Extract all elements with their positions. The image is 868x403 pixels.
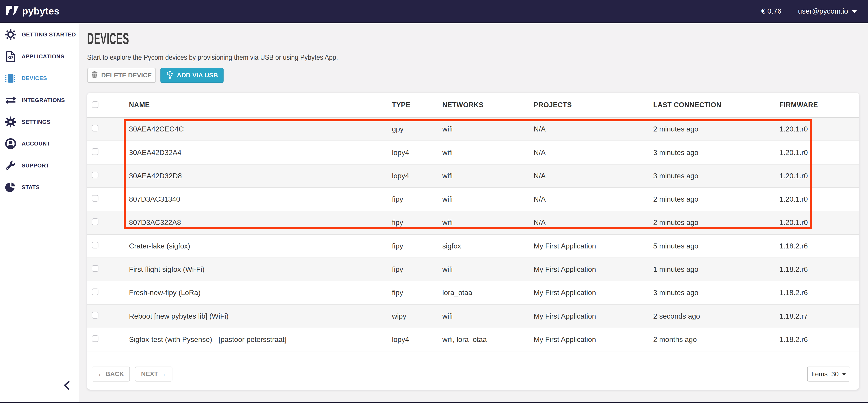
cell-firmware: 1.20.1.r0 [779,125,859,133]
cell-name: Sigfox-test (with Pysense) - [pastoor pe… [129,335,392,344]
user-email: user@pycom.io [798,7,848,16]
table-row[interactable]: 807D3AC322A8 fipy wifi N/A 2 minutes ago… [87,211,859,235]
row-checkbox[interactable] [92,218,98,225]
add-via-usb-label: ADD VIA USB [177,72,218,79]
next-button[interactable]: NEXT → [135,367,173,381]
chip-icon [4,72,17,84]
cell-name: Crater-lake (sigfox) [129,242,392,250]
cell-last-connection: 3 minutes ago [653,149,779,157]
pybytes-logo[interactable]: pybytes [6,5,60,18]
cell-name: 30AEA42D32A4 [129,149,392,157]
cell-type: lopy4 [392,335,442,344]
page-title: DEVICES [87,29,129,48]
row-checkbox[interactable] [92,125,98,131]
row-checkbox[interactable] [92,288,98,295]
sidebar-nav: GETTING STARTED APPLICATIONS [0,23,79,198]
row-checkbox[interactable] [92,172,98,178]
gear-icon [4,116,17,128]
cell-type: lopy4 [392,172,442,180]
table-row[interactable]: 30AEA42CEC4C gpy wifi N/A 2 minutes ago … [87,118,859,141]
row-checkbox[interactable] [92,242,98,248]
cell-networks: wifi [442,149,534,157]
trash-icon [91,71,98,80]
cell-networks: wifi [442,195,534,204]
sidebar: GETTING STARTED APPLICATIONS [0,23,79,403]
cell-networks: lora_otaa [442,288,534,297]
user-menu[interactable]: user@pycom.io [798,7,857,16]
cell-name: 30AEA42CEC4C [129,125,392,133]
cell-networks: wifi [442,125,534,133]
cell-last-connection: 2 seconds ago [653,312,779,320]
row-checkbox[interactable] [92,335,98,342]
pie-chart-icon [4,181,17,193]
cell-firmware: 1.20.1.r0 [779,195,859,204]
cell-networks: wifi [442,265,534,274]
table-row[interactable]: 807D3AC31340 fipy wifi N/A 2 minutes ago… [87,188,859,211]
cell-last-connection: 2 months ago [653,335,779,344]
file-code-icon [4,51,17,63]
cell-projects: My First Application [533,242,653,250]
row-checkbox[interactable] [92,148,98,155]
cell-firmware: 1.18.2.r6 [779,265,859,274]
account-balance: € 0.76 [762,7,781,16]
table-row[interactable]: Reboot [new pybytes lib] (WiFi) wipy wif… [87,305,859,328]
cell-projects: N/A [533,172,653,180]
row-checkbox[interactable] [92,265,98,272]
table-row[interactable]: 30AEA42D32A4 lopy4 wifi N/A 3 minutes ag… [87,141,859,164]
cell-projects: N/A [533,125,653,133]
cell-firmware: 1.20.1.r0 [779,172,859,180]
table-row[interactable]: First flight sigfox (Wi-Fi) fipy wifi My… [87,258,859,281]
caret-down-icon [842,373,846,375]
cell-networks: wifi [442,312,534,320]
devices-table-card: NAME TYPE NETWORKS PROJECTS LAST CONNECT… [87,93,859,390]
sidebar-item-account[interactable]: ACCOUNT [0,133,79,155]
sidebar-collapse-button[interactable] [60,379,74,394]
table-row[interactable]: Fresh-new-fipy (LoRa) fipy lora_otaa My … [87,281,859,305]
cell-type: fipy [392,288,442,297]
main-content: DEVICES Start to explore the Pycom devic… [79,23,868,403]
sidebar-item-support[interactable]: SUPPORT [0,155,79,176]
delete-device-label: DELETE DEVICE [101,72,152,79]
usb-icon [166,70,174,81]
sidebar-item-getting-started[interactable]: GETTING STARTED [0,24,79,45]
add-via-usb-button[interactable]: ADD VIA USB [160,68,223,83]
sidebar-item-applications[interactable]: APPLICATIONS [0,46,79,67]
cell-last-connection: 2 minutes ago [653,218,779,227]
cell-firmware: 1.20.1.r0 [779,218,859,227]
cell-type: fipy [392,242,442,250]
cell-firmware: 1.18.2.r6 [779,288,859,297]
cell-projects: N/A [533,195,653,204]
cell-name: 807D3AC31340 [129,195,392,204]
cell-projects: My First Application [533,265,653,274]
row-checkbox[interactable] [92,195,98,202]
cell-projects: N/A [533,218,653,227]
sidebar-item-settings[interactable]: SETTINGS [0,111,79,133]
cell-projects: N/A [533,149,653,157]
table-footer: ← BACK NEXT → Items: 30 [87,351,859,395]
cell-name: 30AEA42D32D8 [129,172,392,180]
chevron-left-icon [63,380,71,392]
delete-device-button[interactable]: DELETE DEVICE [87,68,156,83]
sidebar-item-devices[interactable]: DEVICES [0,67,79,89]
column-header-networks: NETWORKS [442,101,534,109]
table-row[interactable]: Crater-lake (sigfox) fipy sigfox My Firs… [87,235,859,258]
back-button[interactable]: ← BACK [92,367,130,381]
row-checkbox[interactable] [92,312,98,318]
arrows-swap-icon [4,94,17,106]
table-row[interactable]: 30AEA42D32D8 lopy4 wifi N/A 3 minutes ag… [87,164,859,188]
sidebar-item-label: GETTING STARTED [22,31,76,38]
table-row[interactable]: Sigfox-test (with Pysense) - [pastoor pe… [87,328,859,351]
cell-projects: My First Application [533,335,653,344]
select-all-checkbox[interactable] [92,101,98,108]
items-per-page-dropdown[interactable]: Items: 30 [807,367,850,381]
column-header-last-connection: LAST CONNECTION [653,101,779,109]
sidebar-item-label: DEVICES [22,75,47,82]
cell-type: fipy [392,265,442,274]
table-header-row: NAME TYPE NETWORKS PROJECTS LAST CONNECT… [87,93,859,118]
sidebar-item-integrations[interactable]: INTEGRATIONS [0,89,79,111]
sidebar-item-label: ACCOUNT [22,141,50,147]
cell-last-connection: 3 minutes ago [653,288,779,297]
logo-text: pybytes [22,6,60,17]
cell-type: gpy [392,125,442,133]
sidebar-item-stats[interactable]: STATS [0,177,79,198]
